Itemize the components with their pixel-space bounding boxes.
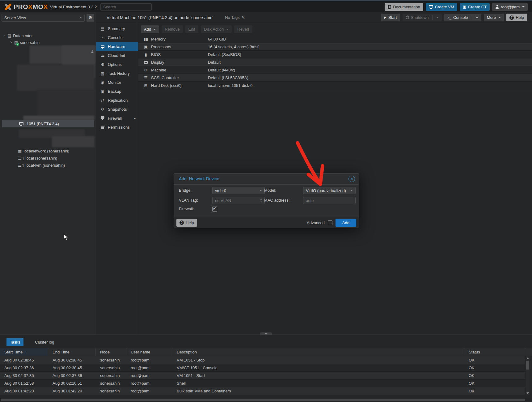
- edit-tags-pencil-icon[interactable]: ✎: [242, 15, 245, 20]
- hardware-row-processors[interactable]: ▣ Processors 16 (4 sockets, 4 cores) [ho…: [138, 43, 532, 51]
- column-header-user-name[interactable]: User name: [126, 348, 172, 356]
- create-vm-button[interactable]: Create VM: [426, 3, 457, 11]
- help-button[interactable]: ? Help: [506, 14, 527, 21]
- nav-item-task-history[interactable]: ▧ Task History: [96, 69, 138, 78]
- bios-icon: ▮: [142, 52, 149, 57]
- nav-item-hardware[interactable]: Hardware: [96, 42, 138, 51]
- nav-item-snapshots[interactable]: ↺ Snapshots: [96, 105, 138, 114]
- nav-item-summary[interactable]: ▤ Summary: [96, 24, 138, 33]
- cube-icon: ▣: [463, 5, 466, 9]
- hardware-table: ▮▮ Memory 64.00 GiB ▣ Processors 16 (4 s…: [138, 35, 532, 89]
- task-row[interactable]: Aug 30 02:38:45 Aug 30 02:38:45 sonersah…: [0, 356, 525, 364]
- spinner-arrows-icon[interactable]: [260, 199, 262, 202]
- task-row[interactable]: Aug 30 02:37:35 Aug 30 02:37:36 sonersah…: [0, 372, 525, 379]
- gear-icon: ⚙: [100, 62, 105, 66]
- nav-item-cloud-init[interactable]: ☁ Cloud-Init: [96, 51, 138, 60]
- chevron-expanded-icon[interactable]: >: [10, 41, 13, 44]
- eye-icon: ◉: [100, 80, 105, 84]
- tree-item-node[interactable]: > ▥ ✔ sonersahin: [10, 39, 40, 46]
- advanced-label: Advanced: [307, 220, 325, 225]
- more-button[interactable]: More: [484, 14, 504, 21]
- task-row[interactable]: Aug 30 01:52:58 Aug 30 02:10:51 sonersah…: [0, 379, 525, 387]
- documentation-button[interactable]: Documentation: [385, 3, 423, 11]
- column-header-start-time[interactable]: Start Time ↓: [0, 348, 48, 356]
- hardware-row-display[interactable]: Display Default: [138, 58, 532, 66]
- nav-item-monitor[interactable]: ◉ Monitor: [96, 78, 138, 87]
- chevron-expanded-icon[interactable]: >: [3, 34, 6, 37]
- column-header-description[interactable]: Description: [172, 348, 464, 356]
- wordmark-pro: PRO: [14, 3, 28, 10]
- remove-button[interactable]: Remove: [162, 25, 183, 33]
- online-check-icon: ✔: [16, 43, 19, 46]
- shutdown-button[interactable]: Shutdown: [403, 14, 442, 21]
- tree-item-localnetwork[interactable]: ▦ localnetwork (sonersahin): [18, 148, 69, 154]
- edit-button[interactable]: Edit: [185, 25, 198, 33]
- sidebar-header: Server View ⚙: [0, 12, 96, 23]
- dialog-add-button[interactable]: Add: [336, 219, 356, 227]
- revert-button[interactable]: Revert: [234, 25, 252, 33]
- header-actions: Documentation Create VM ▣ Create CT root…: [385, 3, 528, 11]
- column-header-status[interactable]: Status: [464, 348, 525, 356]
- tree-item-storage-lvm[interactable]: ☰▯ local-lvm (sonersahin): [18, 162, 65, 169]
- proxmox-wordmark: PROXMOX: [14, 3, 48, 11]
- storage-icon: ☰▯: [18, 156, 24, 160]
- task-row[interactable]: Aug 30 01:42:20 Aug 30 01:42:20 sonersah…: [0, 387, 525, 395]
- top-header: PROXMOX Virtual Environment 8.2.2 Docume…: [0, 1, 532, 12]
- monitor-icon: [429, 5, 433, 8]
- chevron-down-icon: [260, 190, 262, 191]
- hardware-row-scsi-controller[interactable]: ☰ SCSI Controller Default (LSI 53C895A): [138, 74, 532, 82]
- nav-item-options[interactable]: ⚙ Options: [96, 60, 138, 69]
- advanced-checkbox[interactable]: [328, 220, 332, 225]
- disk-action-button[interactable]: Disk Action: [201, 25, 232, 33]
- close-icon[interactable]: ×: [348, 176, 355, 182]
- proxmox-app: PROXMOX Virtual Environment 8.2.2 Docume…: [0, 0, 532, 402]
- tasks-panel: Tasks Cluster log Start Time ↓ End Time …: [0, 335, 532, 402]
- firewall-checkbox[interactable]: [212, 207, 217, 212]
- nav-item-backup[interactable]: ▣ Backup: [96, 87, 138, 96]
- model-label: Model:: [264, 187, 276, 194]
- cpu-icon: ▣: [142, 45, 149, 49]
- tab-tasks[interactable]: Tasks: [6, 338, 23, 346]
- column-header-end-time[interactable]: End Time: [48, 348, 96, 356]
- tab-cluster-log[interactable]: Cluster log: [32, 338, 57, 346]
- add-button[interactable]: Add: [141, 25, 159, 33]
- view-mode-select[interactable]: Server View: [2, 14, 85, 22]
- user-icon: [495, 5, 499, 9]
- hardware-row-memory[interactable]: ▮▮ Memory 64.00 GiB: [138, 35, 532, 43]
- tasks-vertical-scrollbar[interactable]: [526, 356, 530, 395]
- tree-item-vm-selected[interactable]: 1051 (PNET4.2.4): [2, 120, 94, 127]
- console-button[interactable]: >_ Console: [444, 14, 481, 21]
- hardware-row-hard-disk[interactable]: ⊟ Hard Disk (scsi0) local-lvm:vm-1051-di…: [138, 82, 532, 89]
- start-button[interactable]: ▶ Start: [381, 14, 400, 21]
- task-row[interactable]: Aug 30 02:37:36 Aug 30 02:38:45 sonersah…: [0, 364, 525, 372]
- nav-item-firewall[interactable]: Firewall ▸: [96, 114, 138, 123]
- scrollbar-thumb[interactable]: [526, 361, 529, 370]
- nav-item-console[interactable]: >_ Console: [96, 33, 138, 42]
- chevron-down-icon: [154, 29, 156, 30]
- search-input[interactable]: [100, 3, 152, 11]
- hardware-row-bios[interactable]: ▮ BIOS Default (SeaBIOS): [138, 51, 532, 58]
- scroll-down-icon[interactable]: [526, 392, 529, 394]
- sidebar-settings-button[interactable]: ⚙: [87, 14, 94, 22]
- dialog-help-button[interactable]: ? Help: [176, 219, 197, 227]
- tasks-horizontal-scrollbar[interactable]: [0, 398, 532, 401]
- wordmark-x1: X: [28, 3, 33, 10]
- network-grid-icon: ▦: [18, 149, 22, 153]
- nav-item-replication[interactable]: ⇄ Replication: [96, 96, 138, 105]
- tree-item-datacenter[interactable]: > ▤ Datacenter: [3, 32, 33, 39]
- play-icon: ▶: [384, 15, 386, 19]
- user-menu-button[interactable]: root@pam: [492, 3, 528, 11]
- mac-address-input[interactable]: [303, 197, 356, 204]
- version-label: Virtual Environment 8.2.2: [50, 5, 97, 9]
- scroll-up-icon[interactable]: [526, 357, 529, 359]
- floppy-icon: ▣: [100, 89, 105, 93]
- model-select[interactable]: VirtIO (paravirtualized): [303, 187, 356, 194]
- vlan-tag-spinner[interactable]: no VLAN: [212, 197, 265, 204]
- nav-item-permissions[interactable]: Permissions: [96, 123, 138, 132]
- hardware-row-machine[interactable]: ⚙ Machine Default (i440fx): [138, 66, 532, 74]
- scrollbar-thumb[interactable]: [1, 399, 525, 401]
- create-ct-button[interactable]: ▣ Create CT: [460, 3, 490, 11]
- column-header-node[interactable]: Node: [96, 348, 126, 356]
- bridge-select[interactable]: vmbr0: [212, 187, 265, 194]
- tree-item-storage-local[interactable]: ☰▯ local (sonersahin): [18, 155, 57, 161]
